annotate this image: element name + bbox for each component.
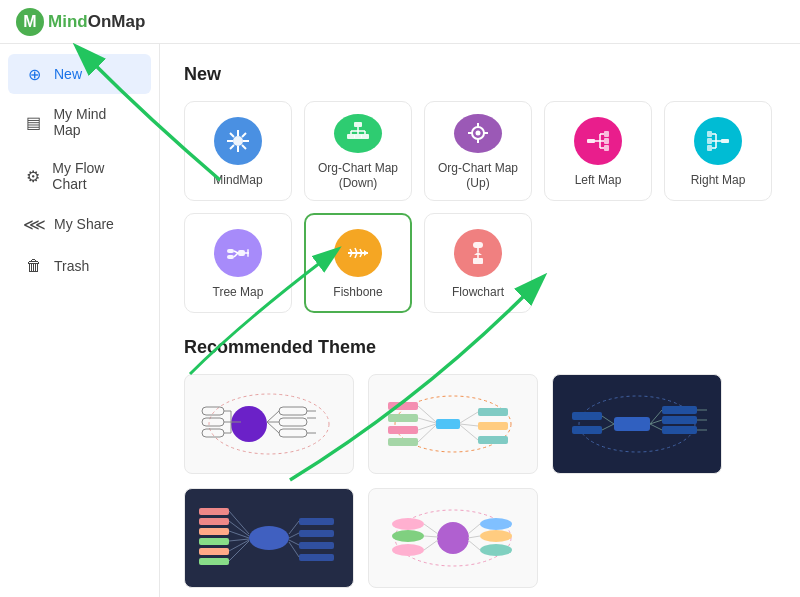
svg-line-143	[424, 540, 438, 550]
sidebar: ⊕ New ▤ My Mind Map ⚙ My Flow Chart ⋘ My…	[0, 44, 160, 597]
sidebar-item-my-mind-map[interactable]: ▤ My Mind Map	[8, 96, 151, 148]
sidebar-item-trash-label: Trash	[54, 258, 89, 274]
main-content: New MindMap	[160, 44, 800, 597]
app-layout: ⊕ New ▤ My Mind Map ⚙ My Flow Chart ⋘ My…	[0, 44, 800, 597]
svg-line-124	[229, 541, 249, 561]
svg-rect-99	[662, 406, 697, 414]
svg-rect-98	[614, 417, 650, 431]
sidebar-item-new-label: New	[54, 66, 82, 82]
tree-map-icon	[214, 229, 262, 277]
svg-rect-113	[199, 518, 229, 525]
svg-rect-117	[199, 558, 229, 565]
svg-point-135	[392, 518, 424, 530]
theme-card-3[interactable]	[552, 374, 722, 474]
sidebar-item-my-mind-map-label: My Mind Map	[53, 106, 135, 138]
svg-rect-87	[478, 408, 508, 416]
svg-point-136	[392, 530, 424, 542]
svg-marker-59	[474, 252, 482, 255]
svg-line-145	[468, 536, 480, 538]
svg-rect-9	[354, 122, 362, 127]
svg-line-142	[424, 536, 438, 537]
svg-rect-40	[707, 138, 712, 144]
sidebar-item-trash[interactable]: 🗑 Trash	[8, 246, 151, 286]
svg-rect-82	[436, 419, 460, 429]
svg-rect-116	[199, 548, 229, 555]
svg-rect-65	[202, 418, 224, 426]
map-card-org-chart-up[interactable]: Org-Chart Map (Up)	[424, 101, 532, 201]
map-card-flowchart[interactable]: Flowchart	[424, 213, 532, 313]
theme-card-4[interactable]	[184, 488, 354, 588]
svg-rect-48	[247, 249, 249, 257]
svg-line-6	[242, 145, 246, 149]
flowchart-icon	[454, 229, 502, 277]
svg-line-90	[418, 406, 436, 422]
theme-card-2[interactable]	[368, 374, 538, 474]
share-icon: ⋘	[24, 214, 44, 234]
svg-line-129	[289, 521, 299, 534]
svg-line-108	[602, 424, 614, 430]
svg-rect-89	[478, 436, 508, 444]
org-chart-down-icon	[334, 114, 382, 153]
map-card-fishbone[interactable]: Fishbone	[304, 213, 412, 313]
svg-rect-30	[604, 131, 609, 137]
theme-grid	[184, 374, 776, 588]
svg-line-91	[418, 418, 436, 423]
svg-line-94	[460, 412, 478, 423]
map-card-tree-map[interactable]: Tree Map	[184, 213, 292, 313]
svg-rect-126	[299, 530, 334, 537]
svg-rect-127	[299, 542, 334, 549]
recommended-section-title: Recommended Theme	[184, 337, 776, 358]
org-chart-down-label: Org-Chart Map(Down)	[318, 161, 398, 192]
svg-line-8	[230, 145, 234, 149]
svg-line-141	[424, 524, 438, 534]
map-card-mindmap[interactable]: MindMap	[184, 101, 292, 201]
svg-rect-61	[473, 258, 483, 264]
svg-line-7	[242, 133, 246, 137]
new-section-title: New	[184, 64, 776, 85]
fishbone-icon	[334, 229, 382, 277]
svg-rect-115	[199, 538, 229, 545]
svg-rect-103	[572, 426, 602, 434]
mind-map-icon: ▤	[24, 112, 43, 132]
svg-rect-32	[604, 145, 609, 151]
svg-line-107	[602, 416, 614, 424]
org-chart-up-label: Org-Chart Map (Up)	[433, 161, 523, 192]
svg-line-106	[650, 424, 662, 430]
svg-point-62	[231, 406, 267, 442]
svg-rect-57	[473, 242, 483, 248]
svg-rect-17	[361, 134, 369, 139]
svg-rect-16	[354, 134, 362, 139]
map-card-left-map[interactable]: Left Map	[544, 101, 652, 201]
logo: M MindOnMap	[16, 8, 145, 36]
sidebar-item-my-flow-chart-label: My Flow Chart	[52, 160, 135, 192]
svg-point-0	[233, 136, 243, 146]
flowchart-label: Flowchart	[452, 285, 504, 301]
svg-rect-128	[299, 554, 334, 561]
logo-text: MindOnMap	[48, 12, 145, 32]
map-card-org-chart-down[interactable]: Org-Chart Map(Down)	[304, 101, 412, 201]
theme-card-5[interactable]	[368, 488, 538, 588]
mindmap-icon	[214, 117, 262, 165]
svg-line-130	[289, 533, 299, 538]
svg-line-122	[229, 539, 249, 541]
map-card-right-map[interactable]: Right Map	[664, 101, 772, 201]
svg-rect-74	[279, 429, 307, 437]
svg-rect-84	[388, 414, 418, 422]
svg-line-144	[468, 524, 480, 534]
sidebar-item-my-flow-chart[interactable]: ⚙ My Flow Chart	[8, 150, 151, 202]
svg-rect-73	[279, 418, 307, 426]
svg-rect-24	[587, 139, 595, 143]
tree-map-label: Tree Map	[213, 285, 264, 301]
svg-line-95	[460, 424, 478, 426]
sidebar-item-my-share[interactable]: ⋘ My Share	[8, 204, 151, 244]
svg-rect-100	[662, 416, 697, 424]
logo-icon: M	[16, 8, 44, 36]
sidebar-item-new[interactable]: ⊕ New	[8, 54, 151, 94]
svg-point-137	[392, 544, 424, 556]
svg-rect-102	[572, 412, 602, 420]
svg-line-75	[267, 411, 279, 422]
theme-card-1[interactable]	[184, 374, 354, 474]
svg-rect-43	[227, 255, 234, 259]
map-type-grid: MindMap Org-C	[184, 101, 776, 313]
svg-line-45	[234, 253, 238, 257]
